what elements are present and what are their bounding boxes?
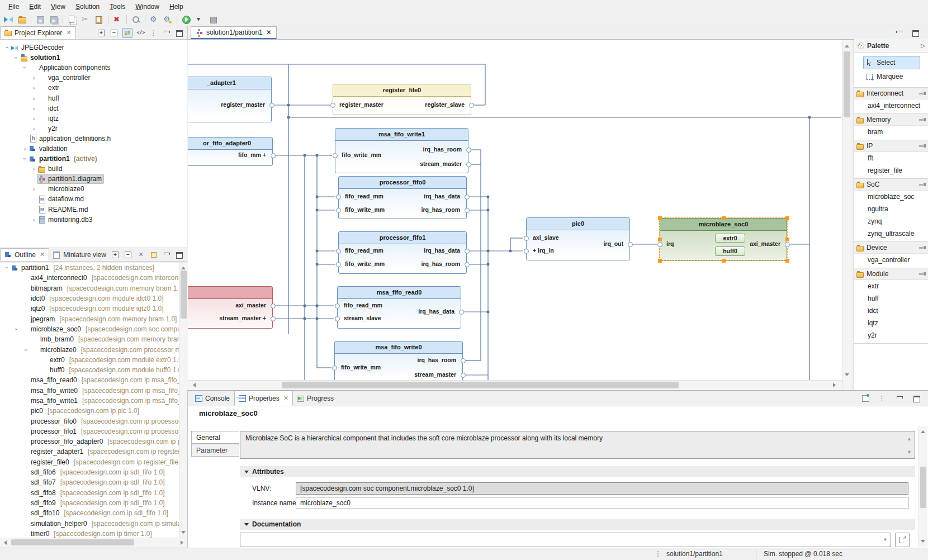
- link-with-editor-icon[interactable]: [136, 250, 145, 259]
- pin-icon[interactable]: [918, 116, 926, 124]
- tab-parameter[interactable]: Parameter: [191, 444, 239, 457]
- close-icon[interactable]: ✕: [66, 29, 71, 36]
- wrench-button[interactable]: [148, 14, 160, 25]
- diagram-canvas[interactable]: _adapter1register_masterregister_file0re…: [188, 40, 842, 380]
- tree-item-idct[interactable]: ›idct: [0, 103, 187, 113]
- port-stream-master[interactable]: [466, 162, 471, 167]
- selection-handle[interactable]: [785, 216, 789, 220]
- chevron-collapsed-icon[interactable]: ›: [30, 105, 37, 112]
- tree-item-extr[interactable]: ›extr: [0, 83, 187, 93]
- delete-button[interactable]: [111, 14, 124, 25]
- palette-item-idct[interactable]: idct: [854, 305, 928, 317]
- block-register-adapter1[interactable]: _adapter1: [188, 77, 272, 122]
- tab-properties[interactable]: Properties ✕: [234, 391, 293, 406]
- port-fifo-write-mm[interactable]: [336, 262, 341, 267]
- search-button[interactable]: [130, 14, 142, 25]
- port-irq-in[interactable]: [524, 249, 529, 254]
- maximize-icon[interactable]: [175, 250, 184, 259]
- chevron-collapsed-icon[interactable]: ›: [30, 125, 37, 132]
- menu-window[interactable]: Window: [130, 1, 164, 12]
- block-microblaze-soc0[interactable]: microblaze_soc0extr0huff0: [660, 218, 787, 260]
- scroll-down-icon[interactable]: ▼: [906, 449, 913, 455]
- selection-handle[interactable]: [722, 216, 726, 220]
- stop-button[interactable]: [207, 14, 219, 25]
- expand-all-icon[interactable]: [97, 29, 106, 37]
- outline-item-processor-fifo0[interactable]: processor_fifo0[spacecodesign.com ip pro…: [0, 416, 179, 426]
- tree-item-iqtz[interactable]: ›iqtz: [0, 113, 187, 124]
- chevron-collapsed-icon[interactable]: ›: [21, 145, 29, 152]
- chevron-collapsed-icon[interactable]: ›: [30, 165, 37, 172]
- palette-group-memory[interactable]: Memory: [854, 114, 928, 126]
- outline-item-processor-fifo1[interactable]: processor_fifo1[spacecodesign.com ip pro…: [0, 426, 179, 436]
- tree-item-validation[interactable]: ›validation: [0, 144, 187, 154]
- tree-item-y2r[interactable]: ›y2r: [0, 124, 187, 134]
- outline-item-processor-fifo-adapter0[interactable]: processor_fifo_adapter0[spacecodesign.co…: [0, 436, 179, 447]
- selection-handle[interactable]: [658, 259, 662, 263]
- outline-item-timer0[interactable]: timer0[spacecodesign.com ip timer 1.0]: [0, 529, 179, 538]
- tab-project-explorer[interactable]: Project Explorer ✕: [0, 26, 76, 39]
- port-axi-slave[interactable]: [524, 236, 529, 241]
- menu-solution[interactable]: Solution: [70, 1, 105, 12]
- palette-group-interconnect[interactable]: Interconnect: [854, 88, 928, 99]
- palette-item-bram[interactable]: bram: [854, 126, 928, 138]
- copy-button[interactable]: [66, 14, 78, 25]
- tree-item-partition1-diagram[interactable]: partition1.diagram: [0, 174, 187, 184]
- chevron-collapsed-icon[interactable]: ›: [30, 84, 37, 91]
- outline-item-sdl-fifo6[interactable]: sdl_fifo6[spacecodesign.com ip sdl_fifo …: [0, 467, 179, 477]
- port-irq-has-room[interactable]: [465, 262, 470, 267]
- minimize-icon[interactable]: [894, 29, 903, 37]
- tab-miniature-view[interactable]: Miniature view: [49, 248, 111, 261]
- save-all-button[interactable]: [48, 14, 60, 25]
- palette-tool-select[interactable]: Select: [863, 56, 920, 69]
- chevron-expanded-icon[interactable]: ›: [22, 155, 29, 163]
- palette-group-device[interactable]: Device: [854, 242, 928, 254]
- scroll-up-icon[interactable]: ▲: [906, 436, 913, 442]
- editor-horizontal-scrollbar[interactable]: [188, 380, 842, 390]
- port-irq-has-room[interactable]: [466, 148, 471, 153]
- collapse-palette-icon[interactable]: ▷: [921, 42, 925, 49]
- maximize-icon[interactable]: [911, 29, 920, 37]
- port-register-slave[interactable]: [469, 103, 474, 108]
- close-icon[interactable]: ✕: [266, 29, 272, 36]
- inner-block-extr0[interactable]: extr0: [715, 234, 745, 243]
- outline-item-jpegram[interactable]: jpegram[spacecodesign.com memory bram 1.…: [0, 314, 179, 324]
- outline-item-partition1[interactable]: ›partition1[24 instances, 2 hidden insta…: [0, 263, 179, 273]
- view-menu-icon[interactable]: [878, 394, 887, 403]
- port-irq-has-room[interactable]: [465, 208, 470, 213]
- selection-handle[interactable]: [785, 238, 789, 241]
- cut-button[interactable]: [79, 14, 92, 25]
- port-register-master[interactable]: [330, 103, 335, 108]
- tree-item-readme-md[interactable]: README.md: [0, 205, 187, 215]
- palette-item-vga-controller[interactable]: vga_controller: [854, 254, 928, 266]
- close-icon[interactable]: ✕: [283, 395, 288, 402]
- palette-item-ngultra[interactable]: ngultra: [854, 203, 928, 215]
- menu-file[interactable]: File: [3, 1, 24, 12]
- maximize-icon[interactable]: [175, 29, 184, 37]
- save-button[interactable]: [34, 14, 46, 25]
- maximize-icon[interactable]: [912, 394, 921, 403]
- port-irq-has-data[interactable]: [465, 249, 470, 254]
- wrench-add-button[interactable]: [162, 14, 174, 25]
- inner-block-huff0[interactable]: huff0: [715, 246, 745, 256]
- pin-icon[interactable]: [918, 143, 926, 150]
- port-stream-master[interactable]: [461, 373, 466, 378]
- selection-handle[interactable]: [658, 216, 662, 220]
- chevron-collapsed-icon[interactable]: ›: [30, 216, 37, 223]
- tree-item-dataflow-md[interactable]: dataflow.md: [0, 194, 187, 204]
- outline-item-msa-fifo-read0[interactable]: msa_fifo_read0[spacecodesign.com ip msa_…: [0, 375, 179, 385]
- outline-item-microblaze0[interactable]: ›microblaze0[spacecodesign.com processor…: [0, 344, 179, 354]
- pin-icon[interactable]: [918, 244, 926, 251]
- outline-item-idct0[interactable]: idct0[spacecodesign.com module idct0 1.0…: [0, 293, 179, 303]
- outline-item-huff0[interactable]: huff0[spacecodesign.com module huff0 1.0…: [0, 365, 179, 375]
- tree-item-application-definitions-h[interactable]: application_definitions.h: [0, 134, 187, 144]
- port-fifo-write-mm[interactable]: [336, 208, 341, 213]
- port-irq-has-data[interactable]: [459, 310, 464, 315]
- chevron-collapsed-icon[interactable]: ›: [30, 74, 37, 81]
- tree-item-jpegdecoder[interactable]: ›JPEGDecoder: [0, 42, 187, 53]
- outline-item-msa-fifo-write1[interactable]: msa_fifo_write1[spacecodesign.com ip msa…: [0, 396, 179, 406]
- outline-item-pic0[interactable]: pic0[spacecodesign.com ip pic 1.0]: [0, 406, 179, 416]
- tab-editor-partition1-diagram[interactable]: solution1/partition1 ✕: [191, 26, 277, 39]
- port-axi-master[interactable]: [271, 303, 276, 309]
- show-source-icon[interactable]: [136, 29, 145, 37]
- port-irq-out[interactable]: [628, 242, 633, 247]
